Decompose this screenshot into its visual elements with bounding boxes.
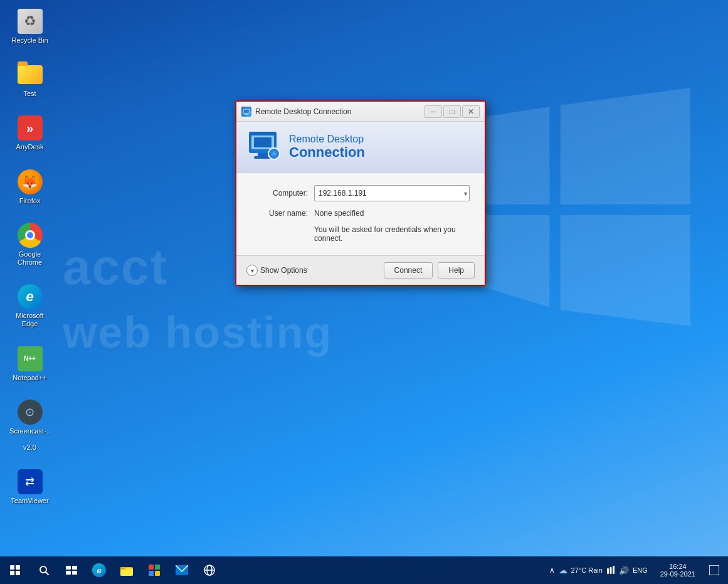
chrome-icon-img <box>18 223 43 248</box>
svg-rect-11 <box>120 567 125 570</box>
dialog-title-left: Remote Desktop Connection <box>241 107 351 117</box>
teamviewer-icon[interactable]: ⇄ TeamViewer <box>6 467 53 507</box>
dialog-controls: ─ □ ✕ <box>425 105 480 118</box>
svg-rect-15 <box>155 571 160 576</box>
dialog-header-line2: Connection <box>289 145 365 160</box>
dialog-title-icon <box>241 107 251 117</box>
notepadpp-icon-img: N++ <box>18 346 43 371</box>
username-label: User name: <box>251 209 308 218</box>
taskbar-right: ∧ ☁ 27°C Rain 🔊 ENG 16:24 29-09-2021 <box>544 556 728 584</box>
taskbar-search[interactable] <box>30 556 58 584</box>
sound-icon[interactable]: 🔊 <box>619 566 629 575</box>
notification-button[interactable] <box>703 556 725 584</box>
anydesk-icon-img: » <box>18 115 43 141</box>
clock-date: 29-09-2021 <box>660 570 695 578</box>
watermark-line1: acct <box>63 238 168 296</box>
desktop: acct web hosting ♻ Recycle Bin Test <box>0 0 728 584</box>
watermark-line2: web hosting <box>63 307 332 358</box>
dialog-titlebar: Remote Desktop Connection ─ □ ✕ <box>236 102 485 122</box>
taskbar-left: e <box>0 556 223 584</box>
svg-rect-22 <box>613 566 615 574</box>
svg-line-4 <box>46 572 48 575</box>
windows-logo-watermark <box>452 88 690 326</box>
username-value: None specified <box>314 209 364 218</box>
recycle-icon-img: ♻ <box>18 9 43 34</box>
taskbar-network[interactable] <box>196 556 223 584</box>
computer-field: Computer: ▾ <box>251 185 470 201</box>
close-button[interactable]: ✕ <box>462 105 480 118</box>
network-icon[interactable] <box>606 565 615 575</box>
computer-input-wrapper: ▾ <box>314 185 470 201</box>
teamviewer-label: TeamViewer <box>11 497 48 505</box>
start-button[interactable] <box>0 556 30 584</box>
username-field: User name: None specified <box>251 209 470 218</box>
screencast-icon-img: ⊙ <box>18 400 43 425</box>
taskbar-task-view[interactable] <box>58 556 85 584</box>
test-folder-label: Test <box>23 90 36 98</box>
sys-tray: ∧ ☁ 27°C Rain 🔊 ENG <box>544 565 653 575</box>
firefox-icon[interactable]: 🦊 Firefox <box>6 167 53 208</box>
notepadpp-icon[interactable]: N++ Notepad++ <box>6 344 53 385</box>
language-text: ENG <box>633 566 648 574</box>
screencast-label: Screencast-...v2.0 <box>9 427 51 452</box>
svg-rect-8 <box>72 571 77 575</box>
dialog-header-title: Remote Desktop Connection <box>289 134 365 160</box>
start-icon <box>10 565 20 575</box>
minimize-button[interactable]: ─ <box>425 105 442 118</box>
svg-rect-21 <box>609 567 611 574</box>
credentials-note: You will be asked for credentials when y… <box>314 225 470 243</box>
svg-rect-0 <box>243 109 250 114</box>
test-folder-icon[interactable]: Test <box>6 60 53 100</box>
svg-rect-14 <box>149 571 154 576</box>
show-options-button[interactable]: ▾ Show Options <box>246 265 307 276</box>
taskbar-file-explorer[interactable] <box>113 556 140 584</box>
recycle-bin-icon[interactable]: ♻ Recycle Bin <box>6 6 53 47</box>
edge-icon-img: e <box>18 284 43 309</box>
anydesk-label: AnyDesk <box>16 143 43 151</box>
taskbar-store[interactable] <box>140 556 168 584</box>
taskbar: e ∧ ☁ <box>0 556 728 584</box>
dialog-header-line1: Remote Desktop <box>289 134 365 145</box>
notepadpp-label: Notepad++ <box>13 374 46 382</box>
edge-icon[interactable]: e Microsoft Edge <box>6 282 53 331</box>
show-options-label: Show Options <box>260 266 307 275</box>
dialog-footer: ▾ Show Options Connect Help <box>236 255 485 285</box>
svg-rect-5 <box>66 566 71 570</box>
clock[interactable]: 16:24 29-09-2021 <box>655 556 700 584</box>
svg-rect-20 <box>607 568 609 574</box>
rdp-dialog: Remote Desktop Connection ─ □ ✕ <box>235 100 486 286</box>
teamviewer-icon-img: ⇄ <box>18 469 43 494</box>
clock-time: 16:24 <box>669 563 687 570</box>
show-options-icon: ▾ <box>246 265 258 276</box>
tray-expand[interactable]: ∧ <box>549 566 555 575</box>
taskbar-edge[interactable]: e <box>85 556 113 584</box>
dialog-title-text: Remote Desktop Connection <box>255 107 351 116</box>
computer-input[interactable] <box>314 185 470 201</box>
firefox-icon-img: 🦊 <box>18 169 43 194</box>
svg-rect-13 <box>155 565 160 570</box>
dialog-header-icon: → <box>249 132 279 162</box>
svg-rect-6 <box>72 566 77 570</box>
dialog-body: Computer: ▾ User name: None specified Yo… <box>236 173 485 255</box>
maximize-button[interactable]: □ <box>443 105 461 118</box>
help-button[interactable]: Help <box>438 262 475 279</box>
footer-buttons: Connect Help <box>384 262 475 279</box>
weather-icon: ☁ <box>559 565 567 575</box>
dialog-header: → Remote Desktop Connection <box>236 122 485 173</box>
desktop-icons: ♻ Recycle Bin Test » AnyDesk <box>6 6 53 507</box>
edge-label: Microsoft Edge <box>9 312 51 328</box>
firefox-label: Firefox <box>19 197 41 205</box>
computer-label: Computer: <box>251 189 308 198</box>
recycle-bin-label: Recycle Bin <box>11 36 48 45</box>
chrome-icon[interactable]: Google Chrome <box>6 220 53 269</box>
anydesk-icon[interactable]: » AnyDesk <box>6 113 53 154</box>
connect-button[interactable]: Connect <box>384 262 433 279</box>
svg-rect-23 <box>709 565 719 575</box>
taskbar-mail[interactable] <box>168 556 196 584</box>
svg-rect-12 <box>149 565 154 570</box>
chrome-label: Google Chrome <box>9 250 51 267</box>
screencast-icon[interactable]: ⊙ Screencast-...v2.0 <box>6 397 53 455</box>
svg-rect-2 <box>245 114 248 115</box>
weather-text: 27°C Rain <box>571 566 603 574</box>
svg-rect-7 <box>66 571 71 575</box>
